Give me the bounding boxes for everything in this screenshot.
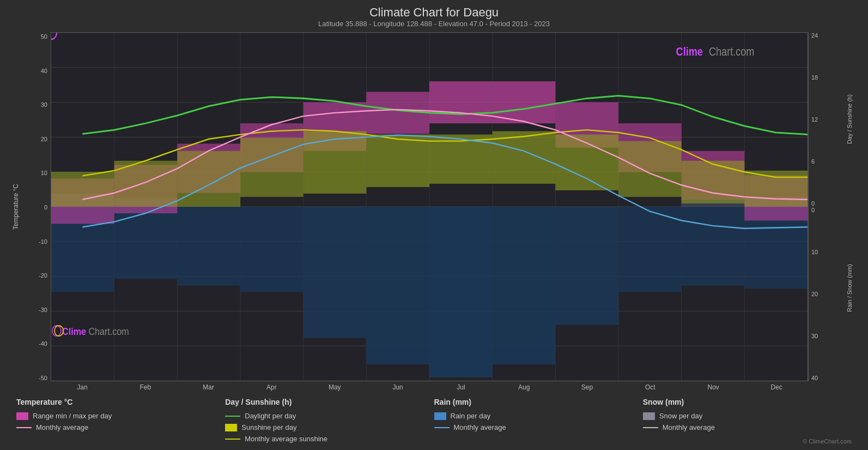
legend-item-sunshine-day: Sunshine per day: [225, 423, 434, 431]
svg-rect-32: [555, 207, 618, 325]
x-tick-sep: Sep: [556, 383, 619, 391]
svg-rect-25: [114, 207, 178, 279]
legend-col-rain: Rain (mm) Rain per day Monthly average: [434, 398, 643, 445]
x-tick-aug: Aug: [493, 383, 556, 391]
legend-item-temp-avg: Monthly average: [16, 423, 225, 431]
svg-rect-54: [177, 151, 240, 207]
svg-rect-29: [366, 207, 429, 364]
y-axis-right-sunshine-label: Day / Sunshine (h): [846, 94, 853, 144]
x-tick-mar: Mar: [177, 383, 240, 391]
svg-rect-63: [744, 171, 808, 207]
y-axis-left: 50 40 30 20 10 0 -10 -20 -30 -40 -50: [21, 32, 51, 393]
svg-text:Chart.com: Chart.com: [709, 45, 754, 58]
svg-rect-59: [493, 131, 556, 184]
line-daylight: [225, 416, 240, 417]
line-snow-avg: [643, 427, 658, 428]
svg-rect-34: [682, 207, 745, 285]
legend-area: Temperature °C Range min / max per day M…: [11, 398, 857, 445]
svg-rect-31: [493, 207, 556, 364]
x-tick-nov: Nov: [682, 383, 745, 391]
svg-text:Clime: Clime: [676, 45, 703, 58]
x-tick-jun: Jun: [366, 383, 429, 391]
svg-rect-62: [682, 161, 745, 203]
y-axis-right-rain-label: Rain / Snow (mm): [846, 264, 853, 312]
svg-rect-27: [240, 207, 304, 292]
plot-area: Clime Chart.com Clime Chart.com: [51, 32, 808, 381]
svg-rect-57: [366, 135, 429, 187]
svg-rect-56: [304, 131, 367, 194]
legend-title-sunshine: Day / Sunshine (h): [225, 398, 434, 406]
x-axis: Jan Feb Mar Apr May Jun Jul Aug Sep Oct …: [51, 381, 808, 393]
x-tick-apr: Apr: [240, 383, 303, 391]
legend-title-temperature: Temperature °C: [16, 398, 225, 406]
svg-rect-52: [51, 172, 114, 207]
legend-col-sunshine: Day / Sunshine (h) Daylight per day Suns…: [225, 398, 434, 445]
legend-title-snow: Snow (mm): [643, 398, 852, 406]
svg-rect-33: [618, 207, 682, 292]
line-temp-avg: [16, 427, 32, 428]
swatch-sunshine: [225, 424, 237, 431]
legend-item-snow-day: Snow per day: [643, 412, 852, 420]
legend-item-rain-avg: Monthly average: [434, 423, 643, 431]
svg-rect-46: [429, 81, 493, 123]
x-tick-jan: Jan: [51, 383, 114, 391]
legend-item-snow-avg: Monthly average: [643, 423, 852, 431]
legend-item-rain-day: Rain per day: [434, 412, 643, 420]
legend-item-sunshine-avg: Monthly average sunshine: [225, 435, 434, 443]
legend-col-temperature: Temperature °C Range min / max per day M…: [16, 398, 225, 445]
x-tick-dec: Dec: [745, 383, 808, 391]
x-tick-jul: Jul: [429, 383, 493, 391]
swatch-snow: [643, 412, 655, 420]
x-tick-feb: Feb: [114, 383, 177, 391]
legend-item-daylight: Daylight per day: [225, 412, 434, 420]
chart-svg: Clime Chart.com Clime Chart.com: [51, 33, 808, 381]
swatch-rain: [434, 412, 446, 420]
legend-item-temp-range: Range min / max per day: [16, 412, 225, 420]
x-tick-oct: Oct: [618, 383, 682, 391]
svg-text:Chart.com: Chart.com: [88, 325, 129, 337]
copyright-text: © ClimeChart.com: [803, 438, 852, 445]
svg-text:Clime: Clime: [62, 325, 86, 337]
svg-rect-61: [618, 141, 682, 197]
line-sunshine-avg: [225, 439, 240, 440]
svg-rect-30: [429, 207, 493, 377]
x-tick-may: May: [303, 383, 366, 391]
svg-rect-26: [177, 207, 240, 285]
svg-rect-47: [493, 81, 556, 123]
line-rain-avg: [434, 427, 450, 428]
legend-title-rain: Rain (mm): [434, 398, 643, 406]
swatch-temp-range: [16, 412, 28, 420]
legend-col-snow: Snow (mm) Snow per day Monthly average ©…: [643, 398, 852, 445]
svg-rect-28: [304, 207, 367, 338]
svg-rect-55: [240, 138, 304, 197]
chart-subtitle: Latitude 35.888 - Longitude 128.488 - El…: [11, 20, 857, 28]
chart-title: Climate Chart for Daegu: [11, 5, 857, 20]
y-axis-left-label: Temperature °C: [12, 184, 20, 230]
